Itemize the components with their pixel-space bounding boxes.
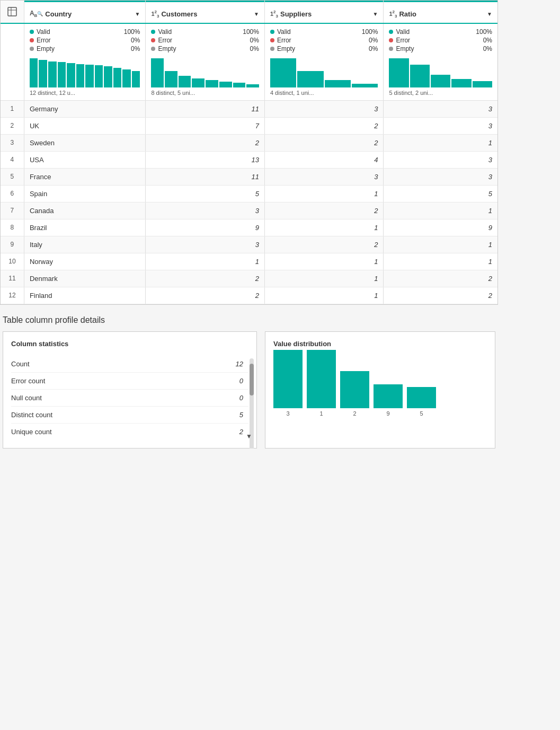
row-ratio: 3 — [384, 101, 497, 117]
dist-bar — [307, 350, 336, 408]
table-row[interactable]: 9 Italy 3 2 1 — [1, 236, 497, 253]
row-country: Italy — [24, 236, 146, 253]
row-country: Denmark — [24, 270, 146, 287]
row-number: 8 — [1, 219, 24, 236]
error-label: Error — [37, 37, 128, 44]
suppliers-dropdown[interactable]: ▼ — [373, 11, 378, 17]
row-number: 4 — [1, 152, 24, 168]
profile-ratio: Valid 100% Error 0% Empty 0% 5 distinct,… — [384, 24, 497, 100]
empty-dot-s — [270, 47, 274, 51]
country-valid-val: 100% — [124, 28, 140, 36]
table-row[interactable]: 1 Germany 11 3 3 — [1, 101, 497, 118]
row-country: UK — [24, 118, 146, 134]
table-header: AB🔍 Country ▼ 123 Customers ▼ 123 Suppli… — [1, 1, 497, 24]
table-row[interactable]: 8 Brazil 9 1 9 — [1, 219, 497, 236]
table-row[interactable]: 11 Denmark 2 1 2 — [1, 270, 497, 287]
country-distinct: 12 distinct, 12 u... — [30, 90, 140, 96]
dist-bar-label: 2 — [353, 410, 356, 417]
data-table: AB🔍 Country ▼ 123 Customers ▼ 123 Suppli… — [0, 0, 498, 305]
abc-icon: AB🔍 — [30, 10, 43, 18]
row-country: Spain — [24, 186, 146, 202]
section-title: Table column profile details — [3, 315, 495, 325]
row-customers: 5 — [146, 186, 265, 202]
row-index-header — [1, 1, 24, 23]
dist-bar-wrap: 9 — [374, 384, 403, 417]
svg-rect-0 — [8, 7, 16, 16]
123-customers-icon: 123 — [151, 10, 159, 19]
stat-item: Unique count 2 — [11, 424, 248, 440]
value-distribution-panel: Value distribution 31295 — [265, 331, 495, 448]
table-row[interactable]: 10 Norway 1 1 1 — [1, 253, 497, 270]
ratio-label: Ratio — [399, 10, 416, 18]
profile-stats-row: Valid 100% Error 0% Empty 0% 12 distinct… — [1, 24, 497, 101]
ratio-dropdown[interactable]: ▼ — [487, 11, 492, 17]
row-suppliers: 4 — [265, 152, 384, 168]
row-customers: 2 — [146, 270, 265, 287]
row-suppliers: 2 — [265, 135, 384, 151]
table-row[interactable]: 12 Finland 2 1 2 — [1, 287, 497, 304]
table-row[interactable]: 4 USA 13 4 3 — [1, 152, 497, 169]
row-suppliers: 2 — [265, 203, 384, 219]
row-ratio: 1 — [384, 253, 497, 270]
dist-bar-label: 9 — [386, 410, 389, 417]
stat-value: 0 — [239, 377, 243, 385]
scrollbar-thumb[interactable] — [250, 364, 254, 395]
stats-panel-title: Column statistics — [11, 340, 248, 348]
row-number: 5 — [1, 169, 24, 185]
row-number: 9 — [1, 236, 24, 253]
stat-value: 2 — [239, 428, 243, 436]
ratio-mini-chart — [389, 56, 492, 87]
row-country: Finland — [24, 287, 146, 304]
row-ratio: 1 — [384, 236, 497, 253]
dist-bar-label: 3 — [286, 410, 289, 417]
profile-details-section: Table column profile details Column stat… — [0, 315, 498, 448]
table-row[interactable]: 5 France 11 3 3 — [1, 169, 497, 186]
scroll-down-icon[interactable]: ▼ — [246, 433, 252, 440]
dist-bar — [273, 350, 303, 408]
table-row[interactable]: 3 Sweden 2 2 1 — [1, 135, 497, 152]
dist-bar-label: 5 — [420, 410, 423, 417]
stat-name: Count — [11, 360, 236, 368]
country-dropdown[interactable]: ▼ — [135, 11, 140, 17]
table-row[interactable]: 2 UK 7 2 3 — [1, 118, 497, 135]
row-number: 12 — [1, 287, 24, 304]
row-ratio: 3 — [384, 169, 497, 185]
row-suppliers: 3 — [265, 101, 384, 117]
row-customers: 7 — [146, 118, 265, 134]
row-number: 6 — [1, 186, 24, 202]
row-suppliers: 1 — [265, 270, 384, 287]
123-suppliers-icon: 123 — [270, 10, 278, 19]
table-row[interactable]: 6 Spain 5 1 5 — [1, 186, 497, 203]
row-customers: 2 — [146, 135, 265, 151]
header-country[interactable]: AB🔍 Country ▼ — [24, 1, 146, 23]
row-suppliers: 2 — [265, 236, 384, 253]
row-customers: 3 — [146, 203, 265, 219]
suppliers-mini-chart — [270, 56, 378, 87]
stat-value: 12 — [236, 360, 243, 368]
valid-label: Valid — [37, 28, 121, 36]
row-country: France — [24, 169, 146, 185]
profile-customers: Valid 100% Error 0% Empty 0% 8 distinct,… — [146, 24, 265, 100]
dist-bar-wrap: 5 — [407, 387, 436, 417]
row-number: 11 — [1, 270, 24, 287]
ratio-distinct: 5 distinct, 2 uni... — [389, 90, 492, 96]
row-ratio: 3 — [384, 152, 497, 168]
customers-dropdown[interactable]: ▼ — [254, 11, 259, 17]
row-number: 10 — [1, 253, 24, 270]
empty-dot-r — [389, 47, 393, 51]
header-suppliers[interactable]: 123 Suppliers ▼ — [265, 1, 384, 23]
table-row[interactable]: 7 Canada 3 2 1 — [1, 203, 497, 219]
row-suppliers: 1 — [265, 253, 384, 270]
header-ratio[interactable]: 123 Ratio ▼ — [384, 1, 497, 23]
stat-name: Distinct count — [11, 411, 239, 419]
header-customers[interactable]: 123 Customers ▼ — [146, 1, 265, 23]
row-customers: 3 — [146, 236, 265, 253]
empty-dot — [30, 47, 34, 51]
country-error-val: 0% — [131, 37, 140, 44]
dist-bar-wrap: 1 — [307, 350, 336, 417]
stat-item: Distinct count 5 — [11, 407, 248, 424]
row-number: 3 — [1, 135, 24, 151]
row-ratio: 2 — [384, 287, 497, 304]
country-label: Country — [45, 10, 72, 18]
suppliers-distinct: 4 distinct, 1 uni... — [270, 90, 378, 96]
